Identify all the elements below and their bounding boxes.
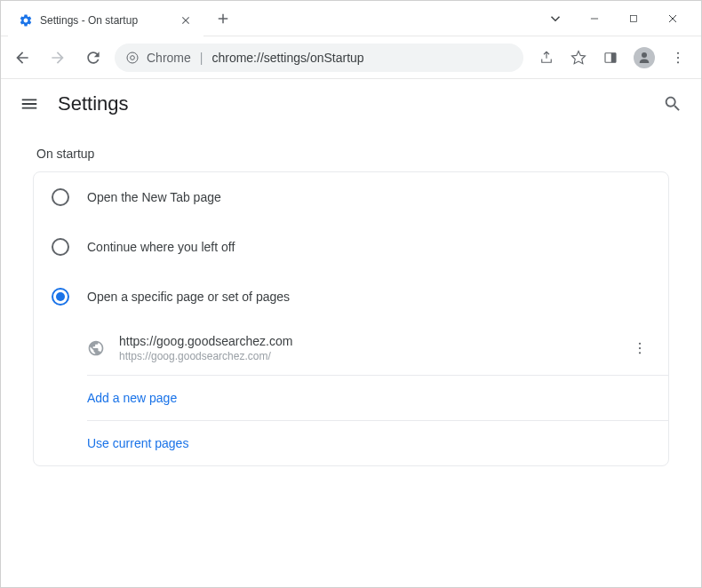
on-startup-section: On startup Open the New Tab page Continu… [1, 129, 701, 466]
option-label: Open the New Tab page [87, 190, 221, 204]
svg-point-15 [639, 352, 641, 354]
minimize-button[interactable] [584, 8, 605, 29]
page-more-icon[interactable] [629, 338, 650, 359]
page-name: https://goog.goodsearchez.com [119, 334, 615, 348]
page-entry: https://goog.goodsearchez.com https://go… [87, 322, 668, 376]
settings-gear-icon [19, 13, 33, 28]
option-label: Open a specific page or set of pages [87, 290, 290, 304]
globe-icon [87, 339, 105, 357]
svg-marker-6 [572, 51, 586, 63]
share-icon[interactable] [538, 49, 555, 67]
option-new-tab[interactable]: Open the New Tab page [34, 172, 668, 222]
pages-list: https://goog.goodsearchez.com https://go… [34, 322, 668, 465]
forward-button[interactable] [44, 44, 72, 72]
svg-point-12 [677, 61, 679, 63]
use-current-link[interactable]: Use current pages [87, 436, 188, 450]
svg-point-11 [677, 56, 679, 58]
svg-point-4 [127, 52, 138, 63]
content-area: Settings On startup Open the New Tab pag… [1, 79, 701, 587]
section-title: On startup [22, 129, 680, 171]
browser-tab[interactable]: Settings - On startup [8, 4, 203, 36]
address-url: chrome://settings/onStartup [211, 51, 363, 65]
page-title: Settings [58, 92, 129, 115]
search-icon[interactable] [662, 93, 683, 115]
chevron-down-icon[interactable] [545, 8, 566, 29]
address-separator: | [200, 51, 203, 65]
settings-header: Settings [1, 79, 701, 129]
new-tab-button[interactable] [211, 6, 235, 31]
add-page-link[interactable]: Add a new page [87, 391, 177, 405]
kebab-menu-icon[interactable] [669, 49, 687, 67]
radio-icon-selected [52, 288, 69, 306]
maximize-button[interactable] [623, 8, 644, 29]
hamburger-menu-icon[interactable] [19, 93, 40, 115]
bookmark-star-icon[interactable] [570, 49, 587, 67]
option-specific-pages[interactable]: Open a specific page or set of pages [34, 272, 668, 322]
profile-avatar[interactable] [634, 47, 655, 68]
radio-icon [52, 188, 69, 206]
svg-point-14 [639, 347, 641, 349]
tab-close-icon[interactable] [179, 13, 193, 28]
address-label: Chrome [147, 51, 191, 65]
svg-rect-8 [611, 52, 616, 62]
titlebar: Settings - On startup [1, 1, 701, 36]
svg-point-10 [677, 52, 679, 53]
side-panel-icon[interactable] [602, 49, 619, 67]
tab-title: Settings - On startup [40, 14, 172, 27]
close-button[interactable] [662, 8, 683, 29]
svg-point-13 [639, 343, 641, 345]
svg-point-9 [642, 52, 647, 58]
svg-rect-1 [631, 15, 637, 21]
add-page-row[interactable]: Add a new page [87, 376, 668, 421]
chrome-icon [125, 51, 140, 65]
radio-icon [52, 238, 69, 256]
address-bar[interactable]: Chrome | chrome://settings/onStartup [115, 44, 523, 72]
toolbar: Chrome | chrome://settings/onStartup [1, 36, 701, 79]
reload-button[interactable] [79, 44, 108, 72]
back-button[interactable] [8, 44, 36, 72]
options-card: Open the New Tab page Continue where you… [33, 171, 669, 466]
page-url: https://goog.goodsearchez.com/ [119, 350, 615, 362]
use-current-row[interactable]: Use current pages [87, 421, 668, 465]
option-label: Continue where you left off [87, 240, 235, 254]
option-continue[interactable]: Continue where you left off [34, 222, 668, 272]
svg-point-5 [131, 55, 135, 60]
